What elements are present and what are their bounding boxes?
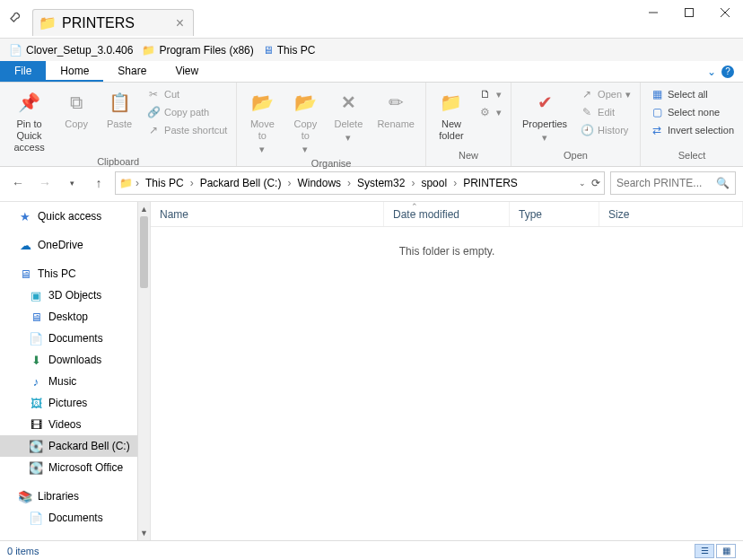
copy-button[interactable]: ⧉ Copy xyxy=(57,86,96,132)
desktop-icon: 🖥 xyxy=(29,310,43,324)
sort-indicator-icon: ⌃ xyxy=(411,202,418,211)
column-size[interactable]: Size xyxy=(599,202,743,226)
breadcrumb-segment[interactable]: PRINTERS xyxy=(459,175,521,191)
tab-title: PRINTERS xyxy=(62,15,135,31)
tree-onedrive[interactable]: ☁OneDrive xyxy=(0,234,150,256)
rename-button[interactable]: ✏Rename xyxy=(372,86,420,132)
nav-recent-button[interactable]: ▾ xyxy=(61,172,83,194)
shortcut-item[interactable]: 🖥This PC xyxy=(263,44,316,57)
column-date[interactable]: Date modified xyxy=(384,202,510,226)
column-header-row: Name ⌃ Date modified Type Size xyxy=(151,202,743,227)
pin-quick-access-button[interactable]: 📌 Pin to Quick access xyxy=(5,86,53,156)
ribbon: 📌 Pin to Quick access ⧉ Copy 📋 Paste ✂Cu… xyxy=(0,83,743,167)
copy-path-button[interactable]: 🔗Copy path xyxy=(143,104,231,120)
cut-button[interactable]: ✂Cut xyxy=(143,86,231,102)
selectnone-icon: ▢ xyxy=(650,105,664,119)
tree-quick-access[interactable]: ★Quick access xyxy=(0,206,150,227)
edit-button[interactable]: ✎Edit xyxy=(576,104,634,120)
pc-icon: 🖥 xyxy=(263,44,274,57)
close-tab-icon[interactable]: × xyxy=(176,15,184,31)
rename-icon: ✏ xyxy=(381,88,410,117)
copy-to-button[interactable]: 📂Copy to▾ xyxy=(285,86,325,158)
new-item-button[interactable]: 🗋▾ xyxy=(475,86,505,102)
paste-shortcut-button[interactable]: ↗Paste shortcut xyxy=(143,122,231,138)
search-input[interactable]: Search PRINTE... 🔍 xyxy=(610,171,736,195)
view-details-button[interactable]: ☰ xyxy=(695,544,714,558)
breadcrumb-segment[interactable]: This PC xyxy=(142,175,188,191)
close-button[interactable] xyxy=(707,0,743,25)
history-button[interactable]: 🕘History xyxy=(576,122,634,138)
minimize-button[interactable] xyxy=(635,0,671,25)
nav-tree[interactable]: ★Quick access ☁OneDrive 🖥This PC ▣3D Obj… xyxy=(0,202,151,540)
search-placeholder: Search PRINTE... xyxy=(616,177,702,189)
shortcut-item[interactable]: 📄Clover_Setup_3.0.406 xyxy=(9,44,133,57)
shortcut-icon: ↗ xyxy=(146,123,161,137)
help-icon[interactable]: ? xyxy=(721,66,734,78)
copy-icon: ⧉ xyxy=(62,88,91,117)
pin-icon: 📌 xyxy=(15,88,44,117)
tree-desktop[interactable]: 🖥Desktop xyxy=(0,306,150,328)
menu-share[interactable]: Share xyxy=(103,61,161,82)
select-all-button[interactable]: ▦Select all xyxy=(646,86,738,102)
menu-view[interactable]: View xyxy=(161,61,213,82)
delete-icon: ✕ xyxy=(334,88,363,117)
scroll-thumb[interactable] xyxy=(140,216,148,288)
shortcut-bar: 📄Clover_Setup_3.0.406 📁Program Files (x8… xyxy=(0,38,743,61)
column-type[interactable]: Type xyxy=(510,202,599,226)
view-large-icons-button[interactable]: ▦ xyxy=(716,544,736,558)
tree-documents[interactable]: 📄Documents xyxy=(0,328,150,349)
nav-forward-button[interactable]: → xyxy=(34,172,56,194)
address-bar[interactable]: 📁 › This PC› Packard Bell (C:)› Windows›… xyxy=(115,171,605,195)
easy-access-button[interactable]: ⚙▾ xyxy=(475,104,505,120)
address-dropdown-icon[interactable]: ⌄ xyxy=(579,179,586,188)
properties-button[interactable]: ✔Properties▾ xyxy=(517,86,573,145)
scroll-down-icon[interactable]: ▼ xyxy=(138,526,150,540)
edit-icon: ✎ xyxy=(580,105,594,119)
tree-msoffice[interactable]: 💽Microsoft Office xyxy=(0,457,150,478)
tree-pictures[interactable]: 🖼Pictures xyxy=(0,392,150,414)
invert-icon: ⇄ xyxy=(650,123,664,137)
sidebar-scrollbar[interactable]: ▲ ▼ xyxy=(137,202,150,540)
open-button[interactable]: ↗Open▾ xyxy=(576,86,634,102)
delete-button[interactable]: ✕Delete▾ xyxy=(328,86,368,145)
breadcrumb-segment[interactable]: System32 xyxy=(354,175,408,191)
newfolder-icon: 📁 xyxy=(437,88,466,117)
breadcrumb-segment[interactable]: Windows xyxy=(293,175,345,191)
drive-icon: 💽 xyxy=(29,460,43,475)
breadcrumb-segment[interactable]: spool xyxy=(417,175,450,191)
nav-back-button[interactable]: ← xyxy=(7,172,29,194)
invert-selection-button[interactable]: ⇄Invert selection xyxy=(646,122,738,138)
tree-this-pc[interactable]: 🖥This PC xyxy=(0,263,150,284)
menu-file[interactable]: File xyxy=(0,61,46,82)
column-name[interactable]: Name xyxy=(151,202,384,226)
tree-3d-objects[interactable]: ▣3D Objects xyxy=(0,284,150,306)
group-caption: Organise xyxy=(242,158,420,169)
select-none-button[interactable]: ▢Select none xyxy=(646,104,738,120)
paste-button[interactable]: 📋 Paste xyxy=(100,86,139,132)
maximize-button[interactable] xyxy=(671,0,707,25)
nav-up-button[interactable]: ↑ xyxy=(88,172,109,194)
menu-home[interactable]: Home xyxy=(46,61,103,82)
tree-music[interactable]: ♪Music xyxy=(0,371,150,392)
breadcrumb-segment[interactable]: Packard Bell (C:) xyxy=(197,175,285,191)
tree-libraries[interactable]: 📚Libraries xyxy=(0,486,150,507)
documents-icon: 📄 xyxy=(29,511,43,525)
status-bar: 0 items ☰ ▦ xyxy=(0,540,743,560)
scroll-up-icon[interactable]: ▲ xyxy=(138,202,150,216)
move-to-button[interactable]: 📂Move to▾ xyxy=(242,86,282,158)
refresh-icon[interactable]: ⟳ xyxy=(591,177,600,189)
browser-tab[interactable]: 📁 PRINTERS × xyxy=(32,9,194,36)
tree-drive-c[interactable]: 💽Packard Bell (C:) xyxy=(0,435,150,457)
search-icon: 🔍 xyxy=(716,177,730,189)
app-icon[interactable] xyxy=(0,0,32,32)
pictures-icon: 🖼 xyxy=(29,396,43,410)
new-folder-button[interactable]: 📁New folder xyxy=(432,86,471,144)
tree-downloads[interactable]: ⬇Downloads xyxy=(0,349,150,371)
folder-icon: 📁 xyxy=(39,14,57,31)
shortcut-item[interactable]: 📁Program Files (x86) xyxy=(142,44,253,57)
properties-icon: ✔ xyxy=(530,88,559,117)
tree-videos[interactable]: 🎞Videos xyxy=(0,414,150,435)
tree-lib-documents[interactable]: 📄Documents xyxy=(0,507,150,529)
group-caption: New xyxy=(432,150,505,164)
ribbon-collapse-icon[interactable]: ⌄ xyxy=(707,66,716,78)
